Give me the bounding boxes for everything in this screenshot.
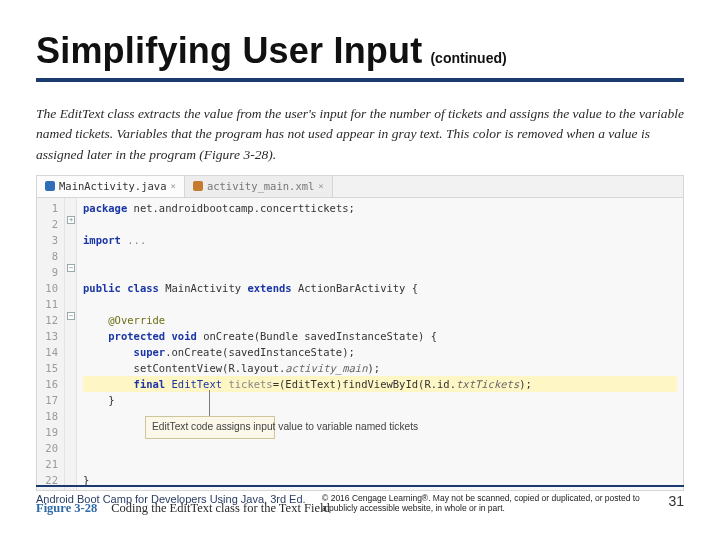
slide: Simplifying User Input (continued) The E…: [0, 0, 720, 540]
callout-box: EditText code assigns input value to var…: [145, 416, 275, 439]
editor-tabs: MainActivity.java × activity_main.xml ×: [37, 176, 683, 198]
ide-screenshot: MainActivity.java × activity_main.xml × …: [36, 175, 684, 491]
fold-icon[interactable]: −: [67, 312, 75, 320]
continued-label: (continued): [430, 50, 506, 66]
tab-label: MainActivity.java: [59, 180, 166, 192]
title-row: Simplifying User Input (continued): [36, 30, 684, 72]
body-paragraph: The EditText class extracts the value fr…: [36, 104, 684, 165]
title-underline: [36, 78, 684, 82]
callout-connector: [209, 390, 210, 418]
fold-icon[interactable]: −: [67, 264, 75, 272]
footer-book-title: Android Boot Camp for Developers Using J…: [36, 493, 306, 505]
highlighted-line: final EditText tickets=(EditText)findVie…: [83, 376, 677, 392]
footer-copyright: © 2016 Cengage Learning®. May not be sca…: [322, 493, 642, 514]
code-body: package net.androidbootcamp.concertticke…: [77, 198, 683, 490]
tab-main-activity[interactable]: MainActivity.java ×: [37, 176, 185, 197]
java-file-icon: [45, 181, 55, 191]
fold-icon[interactable]: +: [67, 216, 75, 224]
code-area: 1 2 3 8 9 10 11 12 13 14 15 16 17 18 19 …: [37, 198, 683, 490]
close-icon[interactable]: ×: [318, 181, 323, 191]
footer-rule: [36, 485, 684, 487]
page-title: Simplifying User Input: [36, 30, 422, 72]
xml-file-icon: [193, 181, 203, 191]
page-number: 31: [668, 493, 684, 509]
tab-activity-main-xml[interactable]: activity_main.xml ×: [185, 176, 333, 197]
fold-marker-gutter: + − −: [65, 198, 77, 490]
footer: Android Boot Camp for Developers Using J…: [36, 485, 684, 514]
close-icon[interactable]: ×: [170, 181, 175, 191]
line-number-gutter: 1 2 3 8 9 10 11 12 13 14 15 16 17 18 19 …: [37, 198, 65, 490]
tab-label: activity_main.xml: [207, 180, 314, 192]
